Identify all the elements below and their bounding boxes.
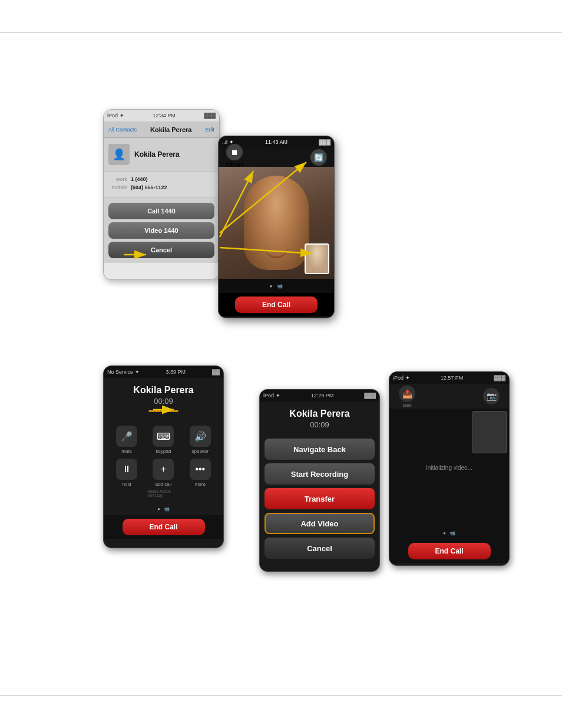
status-right-4: ▓▓▓	[364, 393, 376, 398]
more-label: more	[195, 482, 206, 487]
dot-indicator-3: ●	[157, 506, 160, 512]
call-btn-1[interactable]: Call 1440	[108, 203, 214, 219]
cancel-button-4[interactable]: Cancel	[265, 538, 375, 559]
status-right-1: ▓▓▓	[204, 113, 216, 118]
phone-more-menu: iPod ✦ 12:29 PM ▓▓▓ Kokila Perera 00:09 …	[259, 389, 380, 572]
hold-button[interactable]: ⏸ hold	[111, 459, 143, 498]
mobile-label: mobile	[110, 185, 127, 190]
stop-icon[interactable]: ⏹	[226, 144, 243, 160]
add-call-button[interactable]: + add call Media Active (G711a)	[147, 459, 179, 498]
phone-init-video: iPod ✦ 12:57 PM ▓▓▓ 📤 send 📷 Initializin…	[389, 371, 510, 566]
call-bottom-3: ● 📹	[104, 502, 223, 515]
add-call-label: add call	[156, 482, 172, 487]
edit-link-1[interactable]: Edit	[205, 127, 214, 133]
end-call-button-3[interactable]: End Call	[123, 519, 205, 535]
nav-bar-1: All Contacts Kokila Perera Edit	[104, 121, 219, 138]
top-rule	[0, 32, 562, 33]
init-pip-video	[472, 411, 507, 453]
end-call-button-5[interactable]: End Call	[408, 543, 491, 559]
call-controls-3: 🎤 mute ⌨ keypad 🔊 speaker ⏸ hold + add c…	[104, 421, 223, 502]
pip-face	[306, 245, 328, 273]
arrows-overlay	[0, 0, 562, 728]
mute-button[interactable]: 🎤 mute	[111, 426, 143, 454]
call-name-4: Kokila Perera	[265, 409, 375, 419]
phone-active-call: No Service ✦ 3:39 PM ▓▓ Kokila Perera 00…	[103, 365, 224, 548]
contact-name-big-1: Kokila Perera	[134, 150, 180, 159]
speaker-icon: 🔊	[190, 426, 211, 447]
send-label: send	[402, 403, 411, 407]
work-label: work	[110, 176, 127, 182]
add-video-button[interactable]: Add Video	[265, 513, 375, 534]
init-message: Initializing video...	[426, 465, 472, 471]
action-btns-1: Call 1440 Video 1440 Cancel	[104, 198, 219, 263]
status-center-1: 12:34 PM	[153, 113, 176, 118]
status-bar-3: No Service ✦ 3:39 PM ▓▓	[104, 366, 223, 378]
work-value: 1 (440)	[131, 176, 148, 182]
back-link-1[interactable]: All Contacts	[108, 127, 137, 133]
transfer-button[interactable]: Transfer	[265, 488, 375, 509]
pip-video-local	[305, 243, 329, 274]
avatar-1: 👤	[108, 144, 130, 165]
speaker-label: speaker	[192, 449, 209, 454]
face-smile	[265, 246, 288, 258]
add-call-icon: +	[153, 459, 174, 480]
end-call-bar-5: End Call	[389, 539, 509, 563]
send-group[interactable]: 📤 send	[399, 386, 415, 407]
video-indicator-5: 📹	[449, 531, 455, 536]
status-bar-1: iPod ✦ 12:34 PM ▓▓▓	[104, 110, 219, 121]
mobile-value: (604) 555-1122	[131, 185, 167, 190]
info-row-mobile: mobile (604) 555-1122	[110, 185, 213, 190]
call-header-3: Kokila Perera 00:09 ▬▬▬▬▬	[104, 378, 223, 421]
status-left-5: iPod ✦	[393, 375, 410, 381]
video-indicator-icon: 📹	[277, 284, 283, 289]
start-recording-button[interactable]: Start Recording	[265, 463, 375, 485]
contact-header-1: 👤 Kokila Perera	[104, 138, 219, 172]
info-row-work: work 1 (440)	[110, 176, 213, 182]
send-icon[interactable]: 📤	[399, 386, 415, 402]
status-right-2: ▓▓▓	[319, 139, 330, 145]
init-top-controls: 📤 send 📷	[389, 384, 509, 409]
more-button[interactable]: ••• more	[184, 459, 216, 498]
status-right-5: ▓▓▓	[494, 375, 505, 381]
flip-group[interactable]: 🔄	[310, 149, 327, 166]
mute-icon: 🎤	[116, 426, 137, 447]
flip-camera-icon[interactable]: 🔄	[310, 149, 327, 166]
more-icon: •••	[190, 459, 211, 480]
call-timer-4: 00:09	[265, 420, 375, 429]
cancel-btn-1[interactable]: Cancel	[108, 242, 214, 258]
status-left-1: iPod ✦	[107, 113, 124, 118]
main-video-area	[219, 167, 334, 279]
codec-label: Media Active (G711a)	[147, 489, 179, 498]
camera-icon[interactable]: 📷	[483, 388, 500, 404]
more-menu-list: Navigate Back Start Recording Transfer A…	[260, 434, 379, 564]
video-btn-1[interactable]: Video 1440	[108, 222, 214, 239]
status-left-4: iPod ✦	[263, 393, 280, 398]
init-video-area: Initializing video...	[389, 409, 509, 526]
keypad-icon: ⌨	[153, 426, 174, 447]
status-left-3: No Service ✦	[107, 369, 140, 375]
status-center-4: 12:29 PM	[311, 393, 334, 398]
video-controls-top: ⏹ stop 🔄	[219, 148, 334, 167]
info-section-1: work 1 (440) mobile (604) 555-1122	[104, 172, 219, 198]
end-call-button-2[interactable]: End Call	[235, 297, 318, 313]
video-bottom-bar: ● 📹	[219, 279, 334, 293]
keypad-button[interactable]: ⌨ keypad	[147, 426, 179, 454]
status-center-2: 11:43 AM	[265, 139, 287, 145]
status-center-5: 12:57 PM	[441, 375, 464, 381]
phone-contact-card: iPod ✦ 12:34 PM ▓▓▓ All Contacts Kokila …	[103, 109, 220, 280]
status-bar-4: iPod ✦ 12:29 PM ▓▓▓	[260, 390, 379, 401]
speaker-button[interactable]: 🔊 speaker	[184, 426, 216, 454]
call-timer-3: 00:09	[108, 397, 219, 406]
remote-video-face	[244, 176, 309, 270]
init-call-bottom: ● 📹	[389, 526, 509, 539]
keypad-label: keypad	[156, 449, 171, 454]
navigate-back-button[interactable]: Navigate Back	[265, 439, 375, 460]
camera-group[interactable]: 📷	[483, 388, 500, 404]
bottom-rule	[0, 695, 562, 696]
mute-label: mute	[121, 449, 132, 454]
end-call-bar-2: End Call	[219, 293, 334, 317]
hold-label: hold	[123, 482, 131, 487]
status-right-3: ▓▓	[212, 369, 220, 375]
dot-indicator: ●	[270, 284, 273, 289]
video-indicator-3: 📹	[164, 506, 170, 512]
